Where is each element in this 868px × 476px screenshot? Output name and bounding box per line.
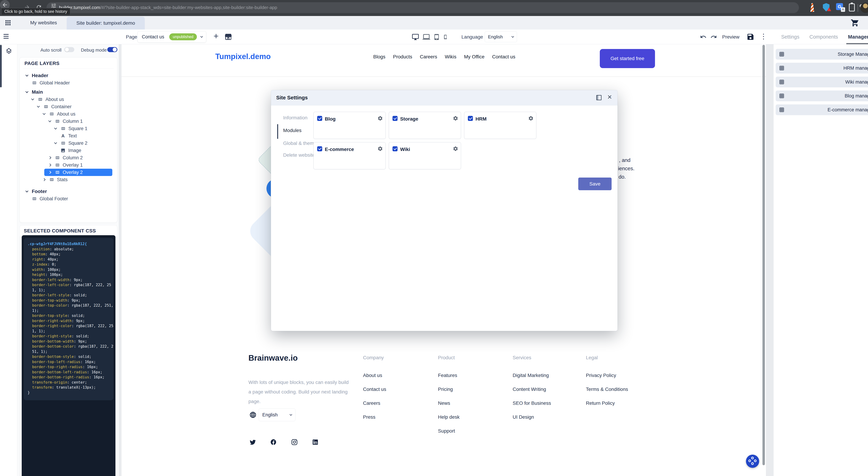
instagram-icon[interactable] [291,439,298,446]
menu-hamburger-icon[interactable] [3,34,9,39]
clipboard-extension-icon[interactable] [849,3,855,11]
laptop-icon[interactable] [423,33,430,41]
site-nav-products[interactable]: Products [393,54,412,60]
lighthouse-extension-icon[interactable] [809,3,815,12]
tab-settings[interactable]: Settings [781,30,799,44]
checkbox-storage[interactable] [393,116,398,121]
gear-icon[interactable] [528,116,534,121]
footer-link-help-desk[interactable]: Help desk [438,414,460,420]
footer-link-support[interactable]: Support [438,428,455,434]
footer-language-select[interactable]: English [259,409,296,421]
twitter-icon[interactable] [249,439,256,446]
left-scrollbar[interactable] [0,45,2,87]
more-options-icon[interactable]: ⋮ [760,32,767,40]
checkbox-wiki[interactable] [393,146,398,151]
layer-row-about-us[interactable]: About us [20,110,117,118]
apps-waffle-icon[interactable] [4,19,12,27]
management-item-wiki-management[interactable]: Wiki management [776,77,868,87]
redo-icon[interactable] [710,33,717,40]
layer-row-global-header[interactable]: Global Header [20,79,117,87]
checkbox-blog[interactable] [317,116,322,121]
layer-row-container[interactable]: Container [20,103,117,110]
management-item-blog-management[interactable]: Blog management [776,90,868,101]
layer-row-stats[interactable]: Stats [20,176,117,183]
tab-my-websites[interactable]: My websites [21,16,67,30]
undo-icon[interactable] [700,33,707,40]
save-icon[interactable] [746,33,754,41]
gear-icon[interactable] [377,116,383,121]
store-icon[interactable] [224,33,232,41]
auto-scroll-toggle[interactable] [64,47,74,52]
management-item-hrm-management[interactable]: HRM management [776,63,868,73]
layer-row-overlay-1[interactable]: Overlay 1 [20,161,117,169]
page-select[interactable]: Contact us unpublished [137,31,206,42]
tab-management[interactable]: Management [848,30,868,44]
layer-row-about-us[interactable]: About us [20,96,117,103]
footer-link-privacy-policy[interactable]: Privacy Policy [586,373,616,378]
gear-icon[interactable] [453,146,458,151]
modal-nav-modules[interactable]: Modules [283,128,302,133]
footer-link-content-writing[interactable]: Content Writing [513,387,546,392]
layer-row-main[interactable]: Main [20,88,117,96]
footer-link-ui-design[interactable]: UI Design [513,414,534,420]
site-nav-my-office[interactable]: My Office [464,54,485,60]
debug-mode-toggle[interactable] [107,47,117,52]
tablet-icon[interactable] [434,33,439,40]
add-page-button[interactable]: + [214,31,219,41]
footer-link-news[interactable]: News [438,400,450,406]
gear-icon[interactable] [453,116,458,121]
linkedin-icon[interactable] [312,439,319,446]
site-logo[interactable]: Tumpixel.demo [215,52,271,61]
desktop-icon[interactable] [412,33,419,41]
preview-button[interactable]: Preview [722,34,740,40]
footer-link-return-policy[interactable]: Return Policy [586,400,615,406]
layer-row-square-2[interactable]: Square 2 [20,140,117,147]
footer-link-pricing[interactable]: Pricing [438,387,453,392]
footer-link-digital-marketing[interactable]: Digital Marketing [513,373,549,378]
footer-link-careers[interactable]: Careers [363,400,380,406]
close-icon[interactable]: × [608,93,612,101]
cart-icon[interactable] [850,19,859,27]
footer-link-seo-for-business[interactable]: SEO for Business [513,400,551,406]
phone-icon[interactable] [443,34,448,40]
footer-link-terms-conditions[interactable]: Terms & Conditions [586,387,628,392]
get-started-button[interactable]: Get started free [600,49,655,68]
site-nav-contact-us[interactable]: Contact us [492,54,516,60]
modal-nav-information[interactable]: Information [283,115,307,121]
layer-row-column-2[interactable]: Column 2 [20,154,117,161]
tab-site-builder-tumpixel-demo[interactable]: Site builder: tumpixel.demo [67,17,145,30]
management-item-storage-management[interactable]: Storage Management [776,49,868,60]
layer-row-overlay-2[interactable]: Overlay 2 [20,169,117,176]
browser-profile-avatar[interactable] [860,3,868,13]
layer-row-image[interactable]: Image [20,147,117,154]
footer-link-press[interactable]: Press [363,414,375,420]
maximize-icon[interactable] [596,95,601,100]
canvas-scrollbar[interactable] [763,45,765,465]
layer-row-footer[interactable]: Footer [20,188,117,195]
layers-icon[interactable] [5,48,12,55]
tab-components[interactable]: Components [809,30,838,44]
checkbox-e-commerce[interactable] [317,146,322,151]
layer-row-header[interactable]: Header [20,72,117,79]
footer-link-contact-us[interactable]: Contact us [363,387,386,392]
management-item-e-commerce-management[interactable]: E-commerce management [776,105,868,115]
floating-action-button[interactable] [746,455,759,468]
site-nav-blogs[interactable]: Blogs [373,54,385,60]
modal-nav-delete-website[interactable]: Delete website [283,152,315,158]
site-nav-wikis[interactable]: Wikis [445,54,456,60]
layer-row-column-1[interactable]: Column 1 [20,118,117,125]
layer-row-global-footer[interactable]: Global Footer [20,195,117,202]
language-select[interactable]: English [485,31,517,42]
layer-row-square-1[interactable]: Square 1 [20,125,117,132]
facebook-icon[interactable] [270,439,277,446]
site-nav-careers[interactable]: Careers [420,54,437,60]
footer-logo[interactable]: Brainwave.io [248,353,298,362]
checkbox-hrm[interactable] [468,116,473,121]
gear-icon[interactable] [377,146,383,151]
tune-icon[interactable] [51,3,57,9]
layer-label: Container [51,104,71,110]
footer-link-about-us[interactable]: About us [363,373,382,378]
footer-link-features[interactable]: Features [438,373,457,378]
save-button[interactable]: Save [578,178,612,190]
layer-row-text[interactable]: AText [20,132,117,140]
